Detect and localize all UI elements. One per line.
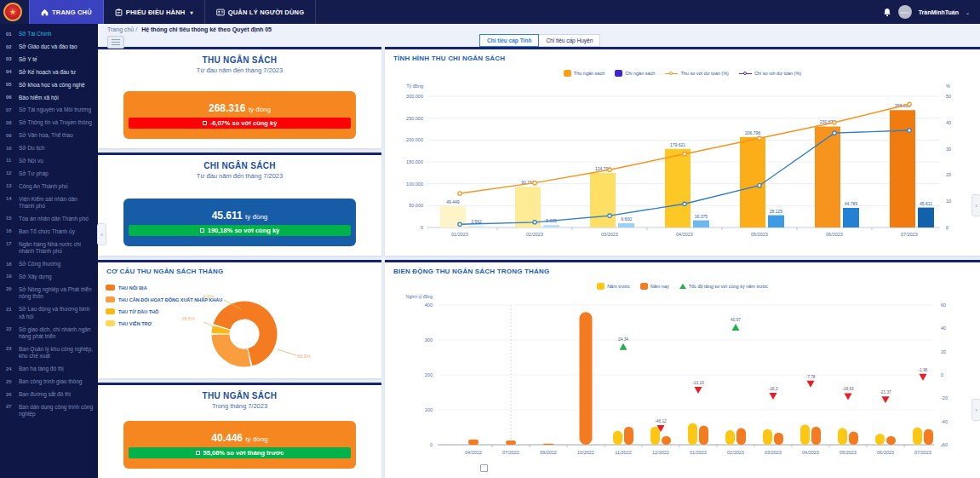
svg-text:-13,13: -13,13: [692, 381, 704, 385]
sidebar-item-number: 16: [6, 228, 14, 234]
thu-chi-chart[interactable]: 300.000250.000200.000150.000100.00050.00…: [385, 81, 980, 256]
sidebar-item[interactable]: 27Ban dân dụng công trình công nghiệp: [0, 401, 98, 421]
sidebar-item[interactable]: 16Ban Tổ chức Thành ủy: [0, 226, 98, 239]
carousel-prev-button[interactable]: ‹: [97, 223, 106, 245]
svg-text:03/2023: 03/2023: [601, 232, 618, 237]
sidebar-item[interactable]: 15Tòa án nhân dân Thành phố: [0, 213, 98, 226]
sidebar-item[interactable]: 18Sở Công thương: [0, 258, 98, 271]
legend-label: Năm trước: [607, 284, 630, 289]
sidebar-item[interactable]: 12Sở Tư pháp: [0, 168, 98, 181]
user-card-icon: [216, 9, 225, 16]
svg-text:Nghìn tỷ đồng: Nghìn tỷ đồng: [406, 294, 433, 299]
square-legend-icon: [615, 70, 622, 77]
sidebar-item[interactable]: 02Sở Giáo dục và đào tạo: [0, 41, 98, 54]
topbar: ★ TRANG CHỦ PHIẾU ĐIỀU HÀNH ▾ QUẢN LÝ NG…: [0, 0, 980, 24]
legend-item[interactable]: Tốc độ tăng so với cùng kỳ năm trước: [679, 284, 768, 289]
delta-ribbon: 190,18% so với cùng kỳ: [129, 225, 351, 236]
sidebar-item-label: Sở Thông tin và Truyền thông: [19, 119, 92, 127]
chart-zoom-checkbox[interactable]: [480, 464, 488, 472]
sidebar-item-number: 05: [6, 82, 14, 88]
legend-item[interactable]: Năm nay: [640, 283, 669, 290]
svg-text:-40: -40: [941, 419, 948, 424]
bien-dong-chart[interactable]: 40030020010006040200-20-40-60Nghìn tỷ đồ…: [385, 293, 980, 478]
sidebar-item[interactable]: 26Ban đường sắt đô thị: [0, 389, 98, 401]
chart-title: CƠ CẤU THU NGÂN SÁCH THÁNG: [106, 268, 381, 275]
legend-item[interactable]: Chi so với dự toán (%): [739, 71, 801, 76]
sidebar-item-label: Sở Du lịch: [19, 145, 44, 153]
sidebar-item-label: Sở Kế hoạch và đầu tư: [19, 69, 76, 77]
sidebar-list: 01Sở Tài Chính02Sở Giáo dục và đào tạo03…: [0, 28, 98, 421]
sidebar-item-label: Bảo hiểm xã hội: [19, 95, 59, 102]
sidebar-item[interactable]: 23Ban Quản lý khu công nghiệp, khu chế x…: [0, 343, 98, 363]
sidebar-item-label: Tòa án nhân dân Thành phố: [19, 216, 89, 223]
svg-text:9.600: 9.600: [621, 216, 632, 222]
breadcrumb-home-link[interactable]: Trang chủ: [107, 26, 134, 32]
svg-text:06/2023: 06/2023: [826, 232, 843, 237]
sidebar-item-label: Ban hạ tầng đô thị: [19, 366, 64, 373]
sidebar-item-number: 13: [6, 183, 14, 189]
sidebar-item[interactable]: 17Ngân hàng Nhà nước chi nhánh Thành phố: [0, 239, 98, 258]
legend-item[interactable]: Chi ngân sách: [615, 70, 655, 77]
sidebar-item-label: Sở giao dịch, chi nhánh ngân hàng phát t…: [19, 326, 94, 341]
sidebar-item[interactable]: 03Sở Y tế: [0, 54, 98, 66]
sidebar-item[interactable]: 11Sở Nội vụ: [0, 155, 98, 168]
legend-item[interactable]: Thu ngân sách: [564, 70, 605, 77]
chart-title: TÌNH HÌNH THU CHI NGÂN SÁCH: [393, 55, 980, 62]
svg-text:11/2022: 11/2022: [615, 450, 631, 455]
toggle-chi-tieu-cap-huyen[interactable]: Chỉ tiêu cấp Huyện: [539, 34, 600, 47]
svg-text:04/2022: 04/2022: [465, 450, 482, 455]
user-name[interactable]: TrầnMinhTuấn: [919, 9, 959, 15]
tab-phieu-dieu-hanh[interactable]: PHIẾU ĐIỀU HÀNH ▾: [104, 0, 205, 24]
sidebar-item-number: 27: [6, 404, 14, 410]
sidebar-item-label: Ban Tổ chức Thành ủy: [19, 228, 75, 236]
sidebar-item-number: 18: [6, 261, 14, 267]
delta-marker-icon: [196, 451, 200, 455]
svg-text:-18,63: -18,63: [842, 387, 854, 391]
sidebar-item-number: 12: [6, 170, 14, 176]
sidebar-item[interactable]: 14Viện Kiểm sát nhân dân Thành phố: [0, 193, 98, 212]
tab-trang-chu[interactable]: TRANG CHỦ: [29, 0, 104, 24]
sidebar-item-label: Sở Xây dựng: [19, 274, 52, 281]
sidebar-item[interactable]: 06Bảo hiểm xã hội: [0, 91, 98, 104]
sidebar-item-number: 25: [6, 378, 14, 384]
notifications-bell-icon[interactable]: [883, 8, 891, 17]
carousel-next-button-top[interactable]: ›: [971, 194, 980, 216]
sidebar-item-label: Ban dân dụng công trình công nghiệp: [19, 404, 94, 418]
sidebar-item-label: Sở Lao động và thương binh xã hội: [19, 306, 94, 320]
sidebar-item[interactable]: 25Ban công trình giao thông: [0, 376, 98, 389]
sidebar-item-number: 17: [6, 241, 14, 247]
sidebar-item[interactable]: 24Ban hạ tầng đô thị: [0, 363, 98, 376]
sidebar-item[interactable]: 22Sở giao dịch, chi nhánh ngân hàng phát…: [0, 323, 98, 343]
donut-chart[interactable]: 4,6%28,5%66,9%: [98, 278, 381, 378]
sidebar-item[interactable]: 20Sở Nông nghiệp và Phát triển nông thôn: [0, 284, 98, 303]
sidebar-item[interactable]: 19Sở Xây dựng: [0, 271, 98, 284]
user-avatar[interactable]: tmtua: [898, 5, 912, 19]
sidebar-item[interactable]: 07Sở Tài nguyên và Môi trường: [0, 104, 98, 117]
svg-text:03/2023: 03/2023: [765, 450, 782, 455]
legend-item[interactable]: Năm trước: [597, 283, 630, 290]
sidebar-item[interactable]: 04Sở Kế hoạch và đầu tư: [0, 66, 98, 79]
tab-quan-ly-nguoi-dung[interactable]: QUẢN LÝ NGƯỜI DÙNG: [205, 0, 317, 24]
list-view-button[interactable]: [107, 36, 124, 49]
svg-text:-7,78: -7,78: [806, 375, 816, 379]
toggle-chi-tieu-cap-tinh[interactable]: Chỉ tiêu cấp Tỉnh: [479, 34, 539, 47]
sidebar-item[interactable]: 05Sở khoa học và công nghệ: [0, 79, 98, 92]
carousel-next-button-bottom[interactable]: ›: [971, 399, 980, 421]
sidebar-item[interactable]: 10Sở Du lịch: [0, 142, 98, 155]
card-title: THU NGÂN SÁCH: [98, 55, 381, 65]
sidebar-item-number: 11: [6, 158, 14, 164]
sidebar-item-number: 08: [6, 119, 14, 125]
sidebar-item-number: 14: [6, 196, 14, 202]
sidebar-item[interactable]: 08Sở Thông tin và Truyền thông: [0, 117, 98, 130]
svg-text:44.789: 44.789: [845, 201, 858, 206]
svg-text:50: 50: [946, 94, 951, 99]
sidebar-item[interactable]: 21Sở Lao động và thương binh xã hội: [0, 303, 98, 323]
sidebar-item[interactable]: 09Sở Văn hóa, Thể thao: [0, 130, 98, 142]
sidebar-item[interactable]: 01Sở Tài Chính: [0, 28, 98, 41]
user-menu-chevron-icon[interactable]: ⌄: [966, 9, 970, 15]
sidebar-item[interactable]: 13Công An Thành phố: [0, 181, 98, 193]
svg-text:05/2023: 05/2023: [751, 232, 768, 237]
legend-item[interactable]: Thu so với dự toán (%): [665, 71, 729, 76]
svg-text:-1,96: -1,96: [919, 368, 928, 372]
svg-text:-18,3: -18,3: [769, 387, 778, 391]
